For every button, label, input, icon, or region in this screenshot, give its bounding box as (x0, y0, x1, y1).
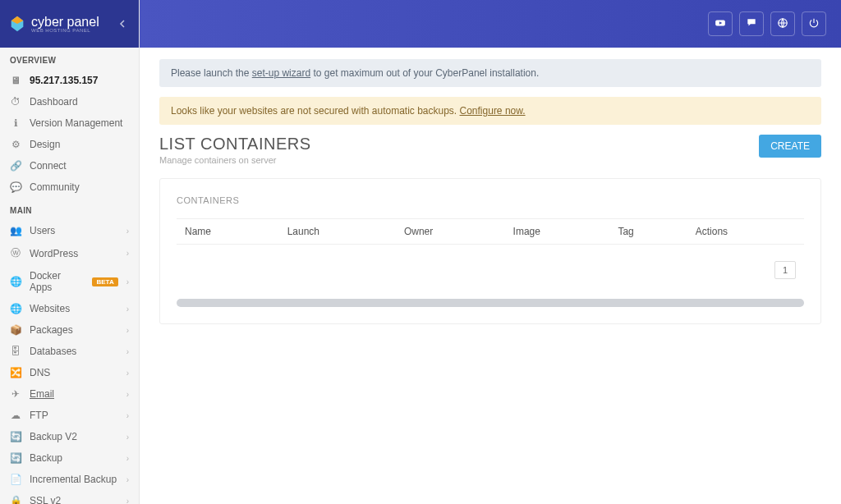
gear-icon: ⚙ (10, 139, 21, 150)
column-actions: Actions (687, 219, 804, 245)
sidebar-item-databases[interactable]: 🗄Databases› (0, 341, 139, 362)
sitemap-icon: 🔀 (10, 367, 21, 378)
wordpress-icon: ⓦ (10, 246, 21, 260)
brand-subtitle: WEB HOSTING PANEL (31, 28, 99, 33)
sidebar-item-version-management[interactable]: ℹVersion Management (0, 112, 139, 134)
sidebar-item-label: Connect (30, 160, 129, 172)
containers-panel: CONTAINERS NameLaunchOwnerImageTagAction… (159, 178, 821, 324)
refresh-icon: 🔄 (10, 431, 21, 442)
setup-wizard-link[interactable]: set-up wizard (252, 67, 310, 79)
sidebar-collapse-button[interactable] (114, 16, 131, 32)
main-area: Please launch the set-up wizard to get m… (140, 0, 841, 504)
column-tag: Tag (609, 219, 687, 245)
logo[interactable]: cyber panel WEB HOSTING PANEL (8, 15, 114, 33)
alert-backup: Looks like your websites are not secured… (159, 97, 821, 125)
sidebar-item-label: Version Management (30, 117, 129, 129)
link-icon: 🔗 (10, 160, 21, 172)
page-header: LIST CONTAINERS Manage containers on ser… (159, 135, 821, 165)
lock-icon: 🔒 (10, 495, 21, 504)
sidebar-brand-row: cyber panel WEB HOSTING PANEL (0, 0, 139, 48)
chat-icon: 💬 (10, 181, 21, 193)
sidebar-item-label: DNS (30, 367, 118, 378)
sidebar-item-community[interactable]: 💬Community (0, 176, 139, 198)
topbar-chat-button[interactable] (739, 11, 764, 36)
sidebar-item-incremental-backup[interactable]: 📄Incremental Backup› (0, 469, 139, 490)
chevron-right-icon: › (126, 347, 129, 356)
containers-table: NameLaunchOwnerImageTagActions (177, 218, 804, 245)
chevron-right-icon: › (126, 326, 129, 335)
cloud-icon: ☁ (10, 410, 21, 421)
sidebar-item-dns[interactable]: 🔀DNS› (0, 362, 139, 383)
sidebar-item-label: 95.217.135.157 (30, 75, 129, 86)
info-icon: ℹ (10, 117, 21, 129)
globe-icon (777, 17, 788, 31)
sidebar-item-label: Websites (30, 303, 118, 314)
content: Please launch the set-up wizard to get m… (140, 48, 841, 504)
create-button[interactable]: CREATE (759, 135, 821, 158)
sidebar-item-label: WordPress (30, 248, 118, 259)
sidebar-item-design[interactable]: ⚙Design (0, 134, 139, 155)
sidebar-item-ssl-v2[interactable]: 🔒SSL v2› (0, 490, 139, 504)
chevron-right-icon: › (126, 454, 129, 463)
topbar-youtube-button[interactable] (708, 11, 733, 36)
sidebar-item-backup-v2[interactable]: 🔄Backup V2› (0, 426, 139, 447)
topbar-globe-button[interactable] (770, 11, 795, 36)
sidebar-item-label: Docker Apps (30, 270, 84, 293)
horizontal-scrollbar[interactable] (177, 299, 804, 307)
sidebar-item-95-217-135-157[interactable]: 🖥95.217.135.157 (0, 70, 139, 91)
sidebar-item-backup[interactable]: 🔄Backup› (0, 447, 139, 469)
section-main: MAIN (0, 198, 139, 220)
sidebar-item-connect[interactable]: 🔗Connect (0, 155, 139, 176)
panel-title: CONTAINERS (177, 195, 804, 205)
sidebar-item-email[interactable]: ✈Email› (0, 383, 139, 405)
power-icon (808, 17, 820, 31)
refresh-icon: 🔄 (10, 452, 21, 464)
sidebar-item-docker-apps[interactable]: 🌐Docker AppsBETA› (0, 265, 139, 298)
column-name: Name (177, 219, 279, 245)
gauge-icon: ⏱ (10, 96, 21, 108)
sidebar-item-label: Dashboard (30, 96, 129, 108)
page-subtitle: Manage containers on server (159, 155, 759, 165)
sidebar-item-label: Design (30, 139, 129, 150)
plane-icon: ✈ (10, 388, 21, 400)
sidebar-item-wordpress[interactable]: ⓦWordPress› (0, 241, 139, 265)
youtube-icon (715, 17, 726, 31)
chevron-right-icon: › (126, 433, 129, 442)
alert-setup: Please launch the set-up wizard to get m… (159, 59, 821, 87)
file-icon: 📄 (10, 474, 21, 485)
sidebar-item-label: SSL v2 (30, 495, 118, 504)
pagination: 1 (177, 245, 804, 292)
users-icon: 👥 (10, 225, 21, 236)
sidebar-item-websites[interactable]: 🌐Websites› (0, 298, 139, 319)
database-icon: 🗄 (10, 346, 21, 357)
sidebar-item-dashboard[interactable]: ⏱Dashboard (0, 91, 139, 112)
sidebar-item-users[interactable]: 👥Users› (0, 220, 139, 241)
laptop-icon: 🖥 (10, 75, 21, 86)
column-launch: Launch (279, 219, 396, 245)
chevron-right-icon: › (126, 305, 129, 314)
sidebar-item-label: Incremental Backup (30, 474, 118, 485)
sidebar-item-label: Community (30, 181, 129, 193)
sidebar-item-ftp[interactable]: ☁FTP› (0, 405, 139, 426)
sidebar-item-label: Packages (30, 324, 118, 336)
chevron-right-icon: › (126, 369, 129, 378)
sidebar-item-label: Databases (30, 346, 118, 357)
column-owner: Owner (396, 219, 505, 245)
section-overview: OVERVIEW (0, 48, 139, 70)
chevron-right-icon: › (126, 475, 129, 484)
logo-icon (8, 15, 26, 33)
chevron-right-icon: › (126, 227, 129, 236)
sidebar-item-packages[interactable]: 📦Packages› (0, 319, 139, 341)
chevron-right-icon: › (126, 497, 129, 505)
page-number-1[interactable]: 1 (774, 261, 796, 279)
configure-backup-link[interactable]: Configure now. (460, 105, 526, 117)
chevron-right-icon: › (126, 411, 129, 420)
package-icon: 📦 (10, 324, 21, 336)
sidebar-item-label: FTP (30, 410, 118, 421)
sidebar: cyber panel WEB HOSTING PANEL OVERVIEW 🖥… (0, 0, 140, 504)
beta-badge: BETA (92, 277, 117, 286)
topbar-power-button[interactable] (802, 11, 826, 36)
globe-icon: 🌐 (10, 303, 21, 314)
globe-icon: 🌐 (10, 276, 21, 287)
sidebar-item-label: Email (30, 388, 118, 400)
